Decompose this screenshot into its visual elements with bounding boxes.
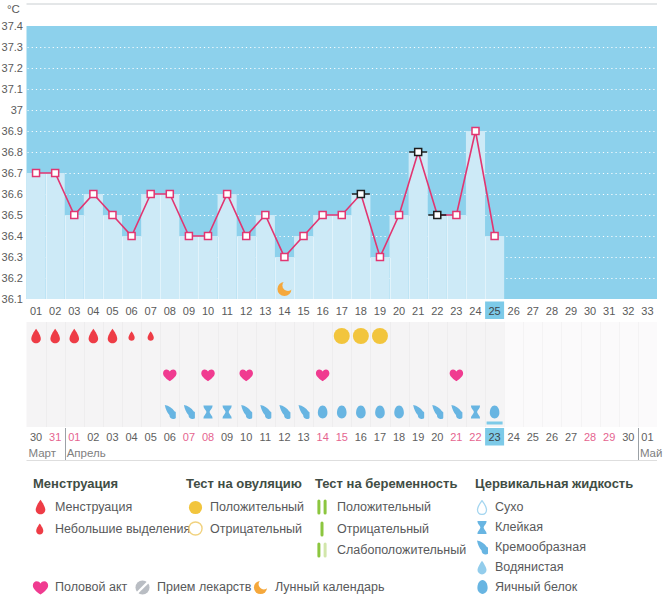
cycle-day-label[interactable]: 28 xyxy=(546,305,558,317)
cycle-day-label[interactable]: 13 xyxy=(259,305,271,317)
ovulation-positive-icon[interactable] xyxy=(353,328,369,344)
date-label[interactable]: 19 xyxy=(412,431,424,443)
cycle-day-label[interactable]: 17 xyxy=(336,305,348,317)
temp-marker-day-25[interactable] xyxy=(491,233,498,240)
date-label[interactable]: 26 xyxy=(546,431,558,443)
date-label[interactable]: 28 xyxy=(584,431,596,443)
date-label[interactable]: 08 xyxy=(202,431,214,443)
cycle-day-label[interactable]: 18 xyxy=(355,305,367,317)
date-label[interactable]: 12 xyxy=(278,431,290,443)
temp-marker-day-16[interactable] xyxy=(319,212,326,219)
date-label[interactable]: 04 xyxy=(125,431,137,443)
date-label[interactable]: 11 xyxy=(260,431,271,443)
date-label[interactable]: 27 xyxy=(565,431,577,443)
cycle-day-label[interactable]: 02 xyxy=(49,305,61,317)
temp-marker-day-21[interactable] xyxy=(415,149,422,156)
date-label[interactable]: 17 xyxy=(374,431,386,443)
cycle-day-label[interactable]: 24 xyxy=(469,305,481,317)
temp-marker-day-18[interactable] xyxy=(357,191,364,198)
date-label[interactable]: 15 xyxy=(336,431,348,443)
date-label[interactable]: 30 xyxy=(30,431,42,443)
temp-marker-day-17[interactable] xyxy=(338,212,345,219)
temp-marker-day-13[interactable] xyxy=(262,212,269,219)
cycle-day-label[interactable]: 15 xyxy=(297,305,309,317)
cycle-day-label[interactable]: 05 xyxy=(106,305,118,317)
date-label[interactable]: 01 xyxy=(68,431,80,443)
cycle-day-label[interactable]: 20 xyxy=(393,305,405,317)
cycle-day-label[interactable]: 32 xyxy=(622,305,634,317)
temp-marker-day-8[interactable] xyxy=(166,191,173,198)
date-label[interactable]: 22 xyxy=(469,431,481,443)
moon-icon[interactable] xyxy=(277,282,291,296)
cycle-day-label[interactable]: 21 xyxy=(412,305,424,317)
cycle-day-label[interactable]: 26 xyxy=(508,305,520,317)
date-label[interactable]: 01 xyxy=(641,431,653,443)
temp-marker-day-2[interactable] xyxy=(52,170,59,177)
date-label[interactable]: 13 xyxy=(297,431,309,443)
temp-marker-day-22[interactable] xyxy=(434,212,441,219)
temp-marker-day-23[interactable] xyxy=(453,212,460,219)
cycle-day-label[interactable]: 33 xyxy=(641,305,653,317)
legend-drop-large-icon xyxy=(31,499,49,516)
temp-marker-day-15[interactable] xyxy=(300,233,307,240)
temp-marker-day-10[interactable] xyxy=(205,233,212,240)
temp-marker-day-5[interactable] xyxy=(109,212,116,219)
temp-marker-day-3[interactable] xyxy=(71,212,78,219)
cycle-day-label[interactable]: 01 xyxy=(30,305,42,317)
cycle-day-label[interactable]: 25 xyxy=(488,305,500,317)
date-label[interactable]: 05 xyxy=(145,431,157,443)
date-label[interactable]: 10 xyxy=(240,431,252,443)
cycle-day-label[interactable]: 04 xyxy=(87,305,99,317)
temp-marker-day-24[interactable] xyxy=(472,128,479,135)
cycle-day-label[interactable]: 14 xyxy=(278,305,290,317)
cycle-day-label[interactable]: 08 xyxy=(164,305,176,317)
date-label[interactable]: 14 xyxy=(317,431,329,443)
cycle-day-label[interactable]: 07 xyxy=(145,305,157,317)
date-label[interactable]: 02 xyxy=(87,431,99,443)
date-label[interactable]: 03 xyxy=(106,431,118,443)
cycle-day-label[interactable]: 22 xyxy=(431,305,443,317)
y-tick-label: 36.5 xyxy=(2,209,23,221)
cycle-day-label[interactable]: 10 xyxy=(202,305,214,317)
ovulation-positive-icon[interactable] xyxy=(334,328,350,344)
date-label[interactable]: 16 xyxy=(355,431,367,443)
cycle-day-label[interactable]: 29 xyxy=(565,305,577,317)
cycle-day-label[interactable]: 09 xyxy=(183,305,195,317)
ovulation-positive-icon[interactable] xyxy=(372,328,388,344)
bbt-cycle-chart-widget: 36.136.236.336.436.536.636.736.836.93737… xyxy=(0,0,663,595)
temp-marker-day-4[interactable] xyxy=(90,191,97,198)
temp-marker-day-1[interactable] xyxy=(33,170,40,177)
temp-marker-day-20[interactable] xyxy=(396,212,403,219)
temperature-chart[interactable]: 36.136.236.336.436.536.636.736.836.93737… xyxy=(0,0,663,463)
cycle-day-label[interactable]: 31 xyxy=(603,305,615,317)
cycle-day-label[interactable]: 03 xyxy=(68,305,80,317)
date-label[interactable]: 06 xyxy=(164,431,176,443)
date-label[interactable]: 23 xyxy=(488,431,500,443)
cycle-day-label[interactable]: 12 xyxy=(240,305,252,317)
date-label[interactable]: 24 xyxy=(508,431,520,443)
cycle-day-label[interactable]: 30 xyxy=(584,305,596,317)
date-label[interactable]: 20 xyxy=(431,431,443,443)
date-label[interactable]: 25 xyxy=(527,431,539,443)
temp-marker-day-12[interactable] xyxy=(243,233,250,240)
temp-marker-day-6[interactable] xyxy=(128,233,135,240)
temp-marker-day-9[interactable] xyxy=(185,233,192,240)
temp-marker-day-7[interactable] xyxy=(147,191,154,198)
cycle-day-label[interactable]: 11 xyxy=(221,305,232,317)
temp-marker-day-14[interactable] xyxy=(281,254,288,261)
date-label[interactable]: 09 xyxy=(221,431,233,443)
temp-marker-day-11[interactable] xyxy=(224,191,231,198)
cycle-day-label[interactable]: 06 xyxy=(125,305,137,317)
date-label[interactable]: 30 xyxy=(622,431,634,443)
cycle-day-label[interactable]: 23 xyxy=(450,305,462,317)
date-label[interactable]: 29 xyxy=(603,431,615,443)
cycle-day-label[interactable]: 16 xyxy=(317,305,329,317)
cycle-day-label[interactable]: 19 xyxy=(374,305,386,317)
y-tick-label: 36.6 xyxy=(2,188,23,200)
date-label[interactable]: 07 xyxy=(183,431,195,443)
temp-marker-day-19[interactable] xyxy=(376,254,383,261)
date-label[interactable]: 18 xyxy=(393,431,405,443)
date-label[interactable]: 31 xyxy=(49,431,61,443)
date-label[interactable]: 21 xyxy=(450,431,462,443)
cycle-day-label[interactable]: 27 xyxy=(527,305,539,317)
